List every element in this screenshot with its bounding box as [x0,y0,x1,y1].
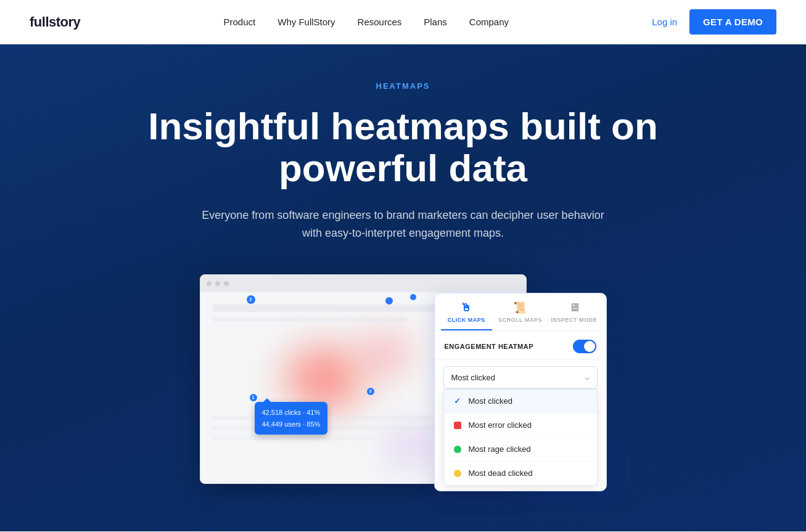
rage-icon [453,444,463,454]
heatmap-tooltip: 42,518 clicks · 41% 44,449 users · 85% [255,402,328,435]
click-dot-2 [385,297,393,305]
navbar: fullstory Product Why FullStory Resource… [0,0,806,44]
browser-bar [200,275,526,292]
chevron-down-icon: ⌵ [585,373,590,382]
tab-scroll-maps[interactable]: 📜 SCROLL MAPS [495,302,546,330]
item-most-dead-clicked-label: Most dead clicked [469,469,533,478]
nav-resources[interactable]: Resources [358,17,402,27]
engagement-row: ENGAGEMENT HEATMAP [435,331,606,360]
tab-scroll-maps-label: SCROLL MAPS [498,317,542,323]
tab-click-maps[interactable]: 🖱 CLICK MAPS [441,302,492,330]
nav-why-fullstory[interactable]: Why FullStory [278,17,335,27]
tooltip-line1: 42,518 clicks · 41% [262,407,321,419]
tab-inspect-mode-label: INSPECT MODE [551,317,598,323]
click-maps-icon: 🖱 [461,302,472,313]
inspect-mode-icon: 🖥 [569,302,580,313]
dead-icon [453,469,463,478]
nav-plans[interactable]: Plans [424,17,447,27]
panel-tabs: 🖱 CLICK MAPS 📜 SCROLL MAPS 🖥 INSPECT MOD… [435,293,606,331]
engagement-label: ENGAGEMENT HEATMAP [445,343,533,350]
tab-inspect-mode[interactable]: 🖥 INSPECT MODE [548,302,599,330]
hero-section: HEATMAPS Insightful heatmaps built on po… [0,44,806,531]
dropdown-item-most-clicked[interactable]: ✓ Most clicked [444,390,597,414]
click-dot-6: 1 [250,394,257,401]
heat-blob-purple [385,428,435,465]
heatmap-panel: 🖱 CLICK MAPS 📜 SCROLL MAPS 🖥 INSPECT MOD… [434,293,607,491]
engagement-toggle[interactable] [573,340,596,353]
tab-click-maps-label: CLICK MAPS [448,317,485,323]
nav-actions: Log in GET A DEMO [652,9,776,35]
logo[interactable]: fullstory [30,14,80,30]
hero-subtitle: Everyone from software engineers to bran… [194,207,613,242]
item-most-clicked-label: Most clicked [469,396,513,406]
nav-links: Product Why FullStory Resources Plans Co… [224,17,509,28]
click-dot-3 [410,294,416,300]
hero-title: Insightful heatmaps built on powerful da… [126,105,681,189]
dropdown-menu: ✓ Most clicked Most error clicked M [443,389,598,486]
nav-company[interactable]: Company [469,17,509,27]
click-dot-7: 3 [367,388,374,395]
click-dot-1: 2 [247,295,255,304]
nav-product[interactable]: Product [224,17,256,27]
item-most-error-clicked-label: Most error clicked [469,420,532,430]
dropdown-item-most-dead-clicked[interactable]: Most dead clicked [444,462,597,485]
scroll-maps-icon: 📜 [513,302,527,313]
get-demo-button[interactable]: GET A DEMO [689,9,776,35]
heatmap-illustration: 2 1 3 42,518 clicks · 41% 44,449 users ·… [200,274,607,509]
error-icon [453,420,463,430]
dropdown-selected-text: Most clicked [451,373,496,382]
tooltip-line2: 44,449 users · 85% [262,419,321,430]
dropdown-select[interactable]: Most clicked ⌵ [443,366,598,389]
hero-label: HEATMAPS [376,81,430,91]
heat-blob-pink [355,329,416,379]
dropdown-item-most-error-clicked[interactable]: Most error clicked [444,414,597,438]
dropdown-item-most-rage-clicked[interactable]: Most rage clicked [444,438,597,462]
check-icon: ✓ [453,396,463,406]
item-most-rage-clicked-label: Most rage clicked [469,444,531,454]
login-link[interactable]: Log in [652,17,677,27]
